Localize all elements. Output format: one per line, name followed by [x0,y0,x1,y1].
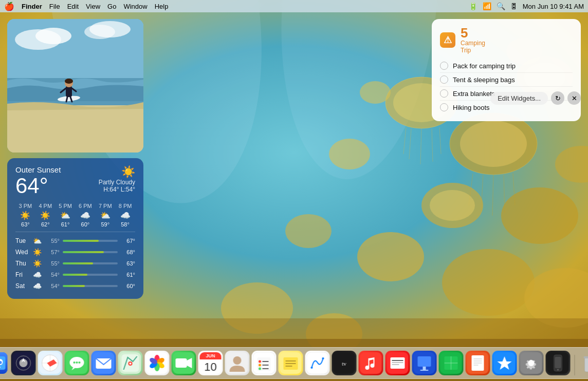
app-name-menu[interactable]: Finder [22,3,42,10]
svg-point-93 [259,360,261,363]
close-widget-button[interactable]: ✕ [567,91,581,105]
svg-point-97 [259,368,261,370]
reminder-checkbox[interactable] [440,89,448,98]
datetime-display: Mon Jun 10 9:41 AM [523,3,584,10]
reminder-checkbox[interactable] [440,62,448,70]
svg-point-30 [285,214,332,248]
dock-app-mail[interactable] [91,351,116,375]
reminders-widget: ⚠ 5 Camping Trip Pack for camping trip T… [432,19,581,121]
svg-point-106 [322,357,324,359]
dock-app-photos[interactable] [145,351,170,375]
daily-row: Fri ☁️ 54° 61° [15,269,135,280]
dock-app-appstore[interactable] [492,351,517,375]
dock-app-messages[interactable] [65,351,89,375]
apple-menu[interactable]: 🍎 [4,2,14,11]
svg-point-95 [259,364,261,367]
svg-point-72 [79,361,81,364]
reminders-app-icon: ⚠ [440,32,455,48]
dock-app-safari[interactable] [38,351,63,375]
reminder-text: Tent & sleeping bags [453,76,515,84]
dock-app-freeform[interactable] [305,351,330,375]
svg-point-38 [89,21,131,37]
go-menu[interactable]: Go [107,3,116,10]
window-menu[interactable]: Window [123,3,147,10]
dock-app-music[interactable] [359,351,383,375]
dock-app-news[interactable] [385,351,410,375]
control-center-icon[interactable]: 🎛 [510,2,518,10]
dock-app-notes[interactable] [279,351,303,375]
svg-point-29 [360,81,391,104]
wifi-icon: 📶 [483,2,491,10]
dock-app-maps[interactable] [118,351,143,375]
daily-row: Wed ☀️ 57° 68° [15,246,135,258]
svg-point-36 [35,28,71,44]
hourly-item: 5 PM ⛅ 61° [56,203,76,227]
beach-photo [7,19,143,153]
reminders-count: 5 [461,26,485,40]
dock-app-appletv[interactable]: tv [332,351,357,375]
hourly-item: 6 PM ☁️ 60° [75,203,95,227]
svg-point-105 [311,367,313,369]
weather-location: Outer Sunset [15,165,61,174]
svg-point-135 [557,369,559,371]
svg-point-44 [65,79,73,84]
svg-rect-109 [360,352,382,374]
reminder-checkbox[interactable] [440,75,448,84]
weather-condition: Partly Cloudy [99,179,135,186]
reminder-text: Hiking boots [453,104,490,111]
reminder-item: Tent & sleeping bags [440,73,573,87]
hourly-item: 3 PM ☀️ 63° [15,203,35,227]
svg-point-11 [460,121,527,167]
edit-widgets-button[interactable]: Edit Widgets... [490,92,548,105]
dock-app-system-settings[interactable] [519,351,544,375]
weather-hi-lo: H:64° L:54° [99,186,135,193]
daily-row: Tue ⛅ 55° 67° [15,235,135,246]
daily-row: Thu ☀️ 55° 63° [15,258,135,269]
weather-temperature: 64° [15,174,61,198]
svg-rect-136 [585,357,589,372]
dock-app-numbers[interactable] [439,351,464,375]
help-menu[interactable]: Help [155,3,169,10]
dock-app-contacts[interactable] [225,351,250,375]
edit-menu[interactable]: Edit [67,3,79,10]
svg-rect-40 [7,105,143,153]
svg-point-90 [233,356,242,365]
svg-point-24 [329,139,370,169]
reminders-header: ⚠ 5 Camping Trip [440,26,573,54]
dock-app-facetime[interactable] [172,351,196,375]
reminder-checkbox[interactable] [440,103,448,111]
svg-rect-42 [66,86,72,97]
dock-app-keynote[interactable] [412,351,437,375]
reminder-text: Pack for camping trip [453,62,516,70]
svg-point-71 [76,361,78,364]
svg-point-23 [442,249,535,316]
dock: JUN 10 [0,347,588,379]
reminder-item: Pack for camping trip [440,59,573,73]
reminder-text: Extra blankets [453,90,495,98]
widget-controls: Edit Widgets... ↻ ✕ [490,91,581,105]
svg-point-20 [430,190,475,221]
search-icon[interactable]: 🔍 [497,2,505,10]
dock-app-reminders[interactable] [252,351,277,375]
svg-rect-87 [176,358,187,368]
file-menu[interactable]: File [49,3,60,10]
rotate-widget-button[interactable]: ↻ [551,91,564,105]
svg-point-21 [501,187,578,244]
reminders-list-name: Camping Trip [461,40,485,54]
dock-app-calendar[interactable]: JUN 10 [198,351,223,375]
dock-app-trash[interactable] [579,351,589,375]
weather-widget: Outer Sunset 64° ☀️ Partly Cloudy H:64° … [7,158,143,299]
weather-sun-icon: ☀️ [121,165,135,178]
view-menu[interactable]: View [86,3,100,10]
dock-app-iphone-mirror[interactable] [546,351,571,375]
dock-app-launchpad[interactable] [11,351,36,375]
daily-row: Sat ☁️ 54° 60° [15,280,135,292]
dock-app-pages[interactable] [466,351,490,375]
hourly-item: 4 PM ☀️ 62° [35,203,56,227]
dock-app-finder[interactable] [0,351,9,375]
svg-rect-118 [420,370,429,371]
svg-rect-134 [555,357,561,368]
battery-icon: 🔋 [469,2,477,10]
svg-rect-111 [391,357,405,369]
svg-point-78 [130,363,132,365]
